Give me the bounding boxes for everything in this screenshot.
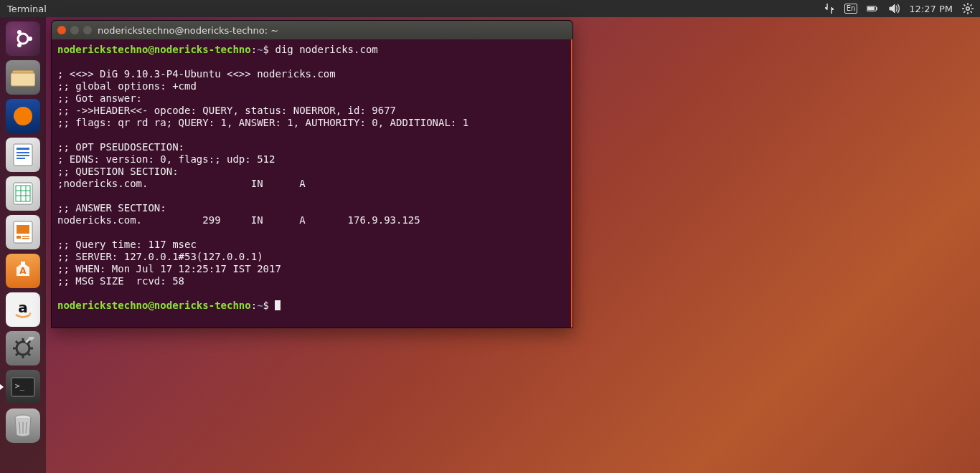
svg-line-44 <box>28 353 31 356</box>
command-text: dig nodericks.com <box>275 44 377 55</box>
launcher-files[interactable] <box>6 60 40 95</box>
launcher-software[interactable]: A <box>6 254 40 288</box>
svg-rect-33 <box>22 236 29 237</box>
terminal-icon: >_ <box>11 377 35 397</box>
prompt-user-2: noderickstechno@nodericks-techno <box>57 300 251 311</box>
svg-point-15 <box>17 43 22 47</box>
launcher-terminal[interactable]: >_ <box>6 370 40 404</box>
terminal-window: noderickstechno@nodericks-techno: ~ node… <box>51 20 573 328</box>
terminal-body[interactable]: noderickstechno@nodericks-techno:~$ dig … <box>52 39 573 328</box>
launcher-settings[interactable] <box>6 331 40 366</box>
files-icon <box>11 67 35 87</box>
launcher-writer[interactable] <box>6 138 40 172</box>
unity-launcher: A a >_ <box>0 17 46 473</box>
trash-icon <box>13 414 33 438</box>
svg-point-13 <box>28 37 32 41</box>
system-tray: En 12:27 PM <box>823 2 974 15</box>
cursor <box>275 300 281 310</box>
prompt-symbol-2: $ <box>263 300 269 311</box>
calc-icon <box>12 181 34 206</box>
svg-text:a: a <box>18 299 28 316</box>
window-close-button[interactable] <box>57 26 66 34</box>
top-panel: Terminal En 12:27 PM <box>0 0 980 17</box>
window-maximize-button[interactable] <box>83 26 92 34</box>
gear-icon[interactable] <box>961 2 974 15</box>
clock[interactable]: 12:27 PM <box>909 4 953 14</box>
firefox-icon <box>11 104 35 128</box>
prompt-path: ~ <box>257 44 263 55</box>
svg-rect-31 <box>17 225 29 234</box>
window-titlebar[interactable]: noderickstechno@nodericks-techno: ~ <box>52 21 573 39</box>
svg-rect-22 <box>17 155 29 156</box>
svg-text:>_: >_ <box>15 381 25 391</box>
svg-rect-2 <box>868 7 875 10</box>
svg-rect-1 <box>877 8 877 10</box>
network-icon[interactable] <box>823 2 836 15</box>
svg-rect-23 <box>17 158 25 159</box>
svg-line-10 <box>963 11 965 13</box>
svg-rect-17 <box>11 73 35 86</box>
window-title: noderickstechno@nodericks-techno: ~ <box>98 25 278 36</box>
settings-icon <box>11 337 34 360</box>
svg-line-9 <box>971 11 972 13</box>
window-minimize-button[interactable] <box>70 26 79 34</box>
volume-icon[interactable] <box>887 2 900 15</box>
launcher-ubuntu-dash[interactable] <box>6 22 40 56</box>
launcher-trash[interactable] <box>6 408 40 443</box>
launcher-firefox[interactable] <box>6 99 40 133</box>
command-output: ; <<>> DiG 9.10.3-P4-Ubuntu <<>> noderic… <box>57 68 468 287</box>
svg-rect-20 <box>17 148 29 150</box>
svg-rect-21 <box>17 152 29 153</box>
prompt-path-2: ~ <box>257 300 263 311</box>
battery-icon[interactable] <box>866 2 879 15</box>
ubuntu-icon <box>12 28 34 49</box>
svg-line-45 <box>16 353 19 356</box>
amazon-icon: a <box>11 298 34 321</box>
svg-point-3 <box>966 7 969 10</box>
svg-text:A: A <box>19 266 27 276</box>
svg-line-43 <box>16 341 19 344</box>
software-icon: A <box>12 260 34 282</box>
launcher-calc[interactable] <box>6 176 40 211</box>
impress-icon <box>12 220 34 244</box>
prompt-user: noderickstechno@nodericks-techno <box>57 44 251 55</box>
svg-line-8 <box>963 4 965 6</box>
svg-line-11 <box>971 4 972 6</box>
svg-point-38 <box>17 342 29 355</box>
launcher-impress[interactable] <box>6 215 40 249</box>
svg-rect-34 <box>22 238 29 239</box>
svg-point-12 <box>18 34 28 44</box>
svg-point-14 <box>17 30 22 34</box>
keyboard-layout-indicator[interactable]: En <box>844 4 858 14</box>
svg-rect-32 <box>17 236 21 239</box>
prompt-symbol: $ <box>263 44 269 55</box>
active-app-title: Terminal <box>6 4 47 14</box>
writer-icon <box>12 143 34 167</box>
launcher-amazon[interactable]: a <box>6 292 40 327</box>
